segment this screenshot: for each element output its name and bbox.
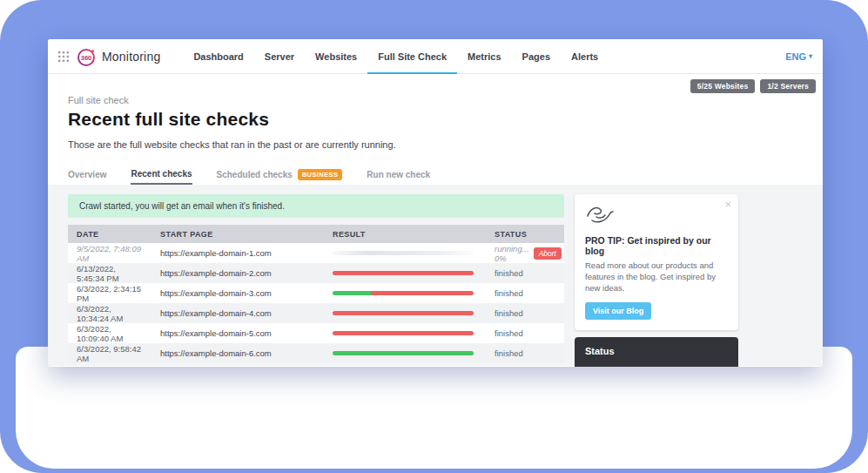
status-text: finished xyxy=(495,308,523,318)
cell-result xyxy=(324,271,486,275)
blog-doodle-icon xyxy=(585,204,615,225)
cell-status: finished xyxy=(486,308,564,318)
progress-bar xyxy=(333,291,474,295)
progress-segment-red xyxy=(371,291,474,295)
cell-start-page: https://example-domain-1.com xyxy=(151,248,324,258)
table-row[interactable]: 6/3/2022, 9:58:42 AM https://example-dom… xyxy=(68,343,564,363)
nav-item-dashboard[interactable]: Dashboard xyxy=(183,39,253,73)
progress-bar xyxy=(333,251,474,255)
tab-overview[interactable]: Overview xyxy=(68,164,106,185)
language-selector[interactable]: ENG ▾ xyxy=(785,39,812,73)
cell-date: 6/3/2022, 9:58:42 AM xyxy=(68,344,151,363)
chevron-down-icon: ▾ xyxy=(809,52,812,60)
abort-button[interactable]: Abort xyxy=(534,247,562,260)
main-nav: Dashboard Server Websites Full Site Chec… xyxy=(183,39,609,73)
table-row[interactable]: 6/3/2022, 10:09:40 AM https://example-do… xyxy=(68,323,564,343)
nav-item-server[interactable]: Server xyxy=(254,39,305,73)
top-navbar: 360 Monitoring Dashboard Server Websites… xyxy=(48,39,823,74)
progress-bar xyxy=(333,271,474,275)
cell-result xyxy=(324,291,486,295)
websites-usage-badge: 5/25 Websites xyxy=(690,79,756,93)
cell-start-page: https://example-domain-5.com xyxy=(151,328,324,338)
table-header: DATE START PAGE RESULT STATUS xyxy=(68,225,564,243)
progress-segment-red xyxy=(333,331,474,335)
column-status: STATUS xyxy=(486,230,564,239)
cell-status: finished xyxy=(486,348,564,358)
tab-scheduled-checks[interactable]: Scheduled checks BUSINESS xyxy=(217,164,343,185)
progress-segment-red xyxy=(333,311,474,315)
pro-tip-title: PRO TIP: Get inspired by our blog xyxy=(585,235,728,256)
page-title: Recent full site checks xyxy=(68,109,805,130)
status-text: finished xyxy=(495,348,523,358)
status-panel-title: Status xyxy=(585,346,728,356)
cell-start-page: https://example-domain-3.com xyxy=(151,288,324,298)
tab-recent-checks[interactable]: Recent checks xyxy=(131,164,192,185)
pro-tip-card: × PRO TIP: Get inspired by our blog Read… xyxy=(575,194,738,330)
column-result: RESULT xyxy=(324,230,486,239)
cell-start-page: https://example-domain-2.com xyxy=(151,268,324,278)
checks-column: Crawl started, you will get an email whe… xyxy=(68,194,564,366)
business-badge: BUSINESS xyxy=(298,169,343,180)
cell-status: finished xyxy=(486,268,564,278)
status-text: finished xyxy=(495,328,523,338)
logo-360-icon: 360 xyxy=(76,46,97,67)
status-text: running... 0% xyxy=(495,244,529,263)
servers-usage-badge: 1/2 Servers xyxy=(760,79,816,93)
content-area: Crawl started, you will get an email whe… xyxy=(48,185,823,366)
close-icon[interactable]: × xyxy=(724,198,731,211)
table-row[interactable]: 9/5/2022, 7:48:09 AM https://example-dom… xyxy=(68,243,564,263)
cell-result xyxy=(324,251,486,255)
cell-status: finished xyxy=(486,328,564,338)
column-date: DATE xyxy=(68,230,151,239)
cell-date: 6/13/2022, 5:45:34 PM xyxy=(68,264,151,283)
cell-date: 6/3/2022, 10:09:40 AM xyxy=(68,324,151,343)
tab-run-new-check[interactable]: Run new check xyxy=(367,164,430,185)
progress-segment-green xyxy=(333,291,371,295)
cell-status: finished xyxy=(486,288,564,298)
status-text: finished xyxy=(495,288,523,298)
nav-item-metrics[interactable]: Metrics xyxy=(457,39,512,73)
servers-section-label: SERVERS xyxy=(585,365,728,367)
success-alert: Crawl started, you will get an email whe… xyxy=(68,194,564,218)
nav-item-full-site-check[interactable]: Full Site Check xyxy=(367,39,457,73)
nav-item-websites[interactable]: Websites xyxy=(305,39,367,73)
cell-date: 9/5/2022, 7:48:09 AM xyxy=(68,244,151,263)
tabs-bar: Overview Recent checks Scheduled checks … xyxy=(68,164,805,185)
table-body: 9/5/2022, 7:48:09 AM https://example-dom… xyxy=(68,243,564,363)
progress-bar xyxy=(333,351,474,355)
breadcrumb: Full site check xyxy=(68,95,805,105)
progress-segment-red xyxy=(333,271,474,275)
cell-date: 6/3/2022, 10:34:24 AM xyxy=(68,304,151,323)
page-description: Those are the full website checks that r… xyxy=(68,139,805,150)
progress-bar xyxy=(333,331,474,335)
progress-segment-green xyxy=(333,351,474,355)
sidebar-column: × PRO TIP: Get inspired by our blog Read… xyxy=(575,194,738,366)
nav-item-alerts[interactable]: Alerts xyxy=(561,39,609,73)
status-panel: Status SERVERS 0 open alert(s) 0 servers… xyxy=(575,337,738,367)
cell-result xyxy=(324,351,486,355)
visit-blog-button[interactable]: Visit our Blog xyxy=(585,302,651,320)
apps-grid-icon[interactable] xyxy=(58,51,69,62)
language-label: ENG xyxy=(785,51,806,62)
tab-scheduled-checks-label: Scheduled checks xyxy=(217,170,293,179)
page-header: 5/25 Websites 1/2 Servers Full site chec… xyxy=(48,74,823,185)
cell-start-page: https://example-domain-6.com xyxy=(151,348,324,358)
usage-badges: 5/25 Websites 1/2 Servers xyxy=(690,79,816,93)
cell-result xyxy=(324,311,486,315)
table-row[interactable]: 6/3/2022, 10:34:24 AM https://example-do… xyxy=(68,303,564,323)
table-row[interactable]: 6/3/2022, 2:34:15 PM https://example-dom… xyxy=(68,283,564,303)
pro-tip-body: Read more about our products and feature… xyxy=(585,260,728,294)
svg-text:360: 360 xyxy=(81,53,92,61)
progress-bar xyxy=(333,311,474,315)
table-row[interactable]: 6/13/2022, 5:45:34 PM https://example-do… xyxy=(68,263,564,283)
status-text: finished xyxy=(495,268,523,278)
cell-status: running... 0% Abort xyxy=(486,244,564,263)
app-window: 360 Monitoring Dashboard Server Websites… xyxy=(48,39,823,367)
cell-result xyxy=(324,331,486,335)
brand-logo[interactable]: 360 Monitoring xyxy=(76,46,160,67)
cell-date: 6/3/2022, 2:34:15 PM xyxy=(68,284,151,303)
nav-item-pages[interactable]: Pages xyxy=(512,39,561,73)
cell-start-page: https://example-domain-4.com xyxy=(151,308,324,318)
column-start-page: START PAGE xyxy=(151,230,324,239)
brand-name: Monitoring xyxy=(102,50,160,64)
